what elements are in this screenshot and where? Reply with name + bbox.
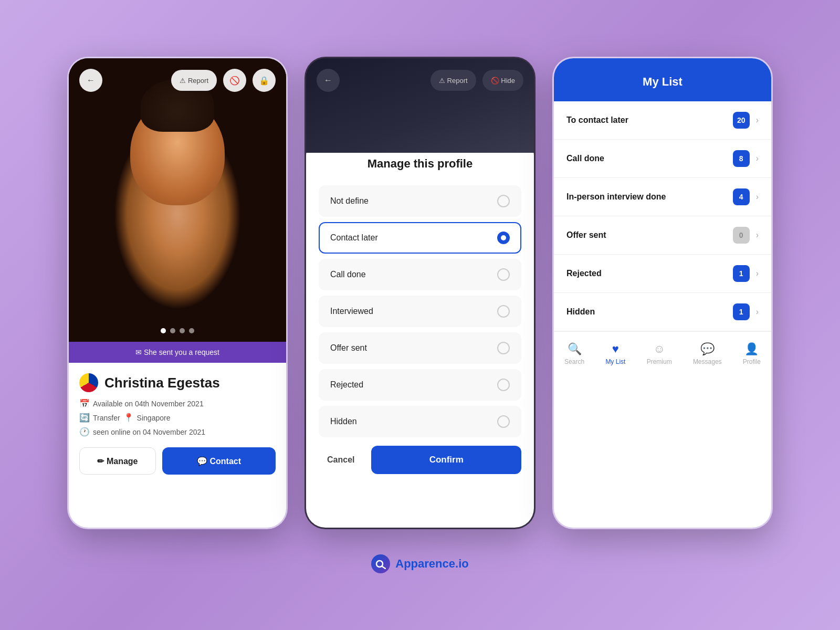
heart-icon: ♥ [612, 342, 619, 356]
seen-text: seen online on 04 November 2021 [93, 428, 205, 436]
dot-3 [180, 328, 185, 333]
dot-4 [189, 328, 194, 333]
radio-not-define [497, 195, 510, 207]
modal-bg-header: ← ⚠ Report 🚫 Hide [306, 58, 534, 153]
list-label-call-done: Call done [566, 154, 733, 163]
list-label-in-person: In-person interview done [566, 192, 733, 202]
radio-call-done [497, 268, 510, 281]
badge-to-contact-later: 20 [733, 112, 750, 129]
badge-hidden: 1 [733, 303, 750, 320]
list-item-rejected[interactable]: Rejected 1 › [554, 255, 771, 293]
bottom-nav: 🔍 Search ♥ My List ☺ Premium 💬 Messages … [554, 331, 771, 374]
brand-logo [371, 554, 390, 573]
nav-item-premium[interactable]: ☺ Premium [640, 340, 678, 368]
transfer-icon: 🔄 [79, 413, 90, 423]
transfer-text: Transfer [93, 414, 120, 422]
list-item-offer-sent[interactable]: Offer sent 0 › [554, 216, 771, 255]
phone-manage: ← ⚠ Report 🚫 Hide Manage this profile No… [304, 57, 536, 529]
flag-icon [79, 373, 98, 392]
list-item-in-person[interactable]: In-person interview done 4 › [554, 178, 771, 216]
chevron-offer-sent: › [756, 230, 759, 240]
option-rejected[interactable]: Rejected [319, 369, 521, 401]
option-call-done-label: Call done [330, 270, 366, 279]
available-text: Available on 04th November 2021 [93, 400, 204, 408]
phones-container: ← ⚠ Report 🚫 🔒 ✉ She sent you a request … [67, 57, 773, 529]
radio-offer-sent [497, 342, 510, 354]
modal-report-button[interactable]: ⚠ Report [430, 70, 476, 91]
option-hidden-label: Hidden [330, 417, 357, 426]
option-not-define[interactable]: Not define [319, 185, 521, 217]
available-detail: 📅 Available on 04th November 2021 [79, 398, 276, 408]
list-label-to-contact-later: To contact later [566, 116, 733, 125]
manage-button[interactable]: ✏ Manage [79, 447, 156, 475]
option-rejected-label: Rejected [330, 380, 363, 390]
option-contact-later[interactable]: Contact later [319, 222, 521, 254]
lock-button[interactable]: 🔒 [253, 69, 276, 92]
badge-rejected: 1 [733, 265, 750, 282]
cancel-button[interactable]: Cancel [319, 447, 363, 473]
nav-label-search: Search [564, 358, 584, 365]
modal-nav: ← ⚠ Report 🚫 Hide [306, 69, 534, 92]
list-item-call-done[interactable]: Call done 8 › [554, 140, 771, 178]
nav-item-messages[interactable]: 💬 Messages [687, 340, 728, 368]
search-icon: 🔍 [568, 342, 582, 356]
clock-icon: 🕐 [79, 427, 90, 437]
brand-name-text: Apparence [395, 557, 455, 570]
nav-label-messages: Messages [693, 358, 722, 365]
premium-icon: ☺ [653, 342, 665, 356]
dot-1 [161, 328, 166, 333]
badge-call-done: 8 [733, 150, 750, 167]
modal-back-button[interactable]: ← [317, 69, 340, 92]
messages-icon: 💬 [700, 342, 715, 356]
badge-offer-sent: 0 [733, 227, 750, 244]
photo-dots [161, 328, 194, 333]
report-button[interactable]: ⚠ Report [171, 70, 217, 91]
option-offer-sent[interactable]: Offer sent [319, 332, 521, 364]
back-button[interactable]: ← [79, 69, 102, 92]
list-label-hidden: Hidden [566, 307, 733, 317]
list-label-rejected: Rejected [566, 269, 733, 278]
contact-button[interactable]: 💬 Contact [162, 447, 276, 475]
transfer-location-detail: 🔄 Transfer 📍 Singapore [79, 413, 276, 423]
chevron-in-person: › [756, 192, 759, 202]
confirm-button[interactable]: Confirm [371, 446, 521, 474]
my-list-header: My List [554, 58, 771, 101]
profile-info: Christina Egestas 📅 Available on 04th No… [69, 363, 286, 485]
request-banner: ✉ She sent you a request [69, 342, 286, 363]
seen-detail: 🕐 seen online on 04 November 2021 [79, 427, 276, 437]
option-not-define-label: Not define [330, 196, 369, 206]
radio-rejected [497, 379, 510, 391]
option-contact-later-label: Contact later [330, 233, 378, 243]
radio-interviewed [497, 305, 510, 318]
nav-label-premium: Premium [647, 358, 672, 365]
dot-2 [170, 328, 175, 333]
chevron-hidden: › [756, 307, 759, 317]
profile-name-row: Christina Egestas [79, 373, 276, 392]
profile-actions: ✏ Manage 💬 Contact [79, 447, 276, 475]
profile-icon: 👤 [744, 342, 759, 356]
option-offer-sent-label: Offer sent [330, 343, 367, 353]
calendar-icon: 📅 [79, 398, 90, 408]
modal-title: Manage this profile [319, 157, 521, 171]
modal-actions: Cancel Confirm [319, 446, 521, 474]
option-interviewed[interactable]: Interviewed [319, 296, 521, 327]
list-body: To contact later 20 › Call done 8 › In-p… [554, 101, 771, 331]
list-item-hidden[interactable]: Hidden 1 › [554, 293, 771, 331]
option-interviewed-label: Interviewed [330, 307, 373, 316]
option-hidden[interactable]: Hidden [319, 406, 521, 437]
list-item-to-contact-later[interactable]: To contact later 20 › [554, 101, 771, 140]
badge-in-person: 4 [733, 188, 750, 205]
profile-name: Christina Egestas [104, 375, 220, 391]
option-call-done[interactable]: Call done [319, 259, 521, 290]
radio-hidden [497, 415, 510, 428]
chevron-to-contact-later: › [756, 116, 759, 125]
list-label-offer-sent: Offer sent [566, 230, 733, 240]
chevron-call-done: › [756, 154, 759, 163]
nav-item-search[interactable]: 🔍 Search [558, 340, 591, 368]
nav-item-my-list[interactable]: ♥ My List [599, 340, 632, 368]
hide-icon-button[interactable]: 🚫 [223, 69, 246, 92]
brand-footer: Apparence.io [371, 554, 468, 573]
modal-hide-button[interactable]: 🚫 Hide [482, 70, 523, 91]
brand-domain: .io [455, 557, 469, 570]
nav-item-profile[interactable]: 👤 Profile [737, 340, 767, 368]
